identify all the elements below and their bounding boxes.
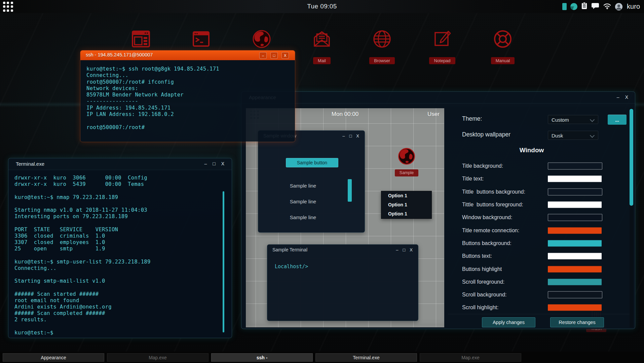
topbar: Tue 09:05 bbox=[0, 0, 644, 13]
close-icon: X bbox=[284, 54, 286, 57]
color-swatch[interactable] bbox=[548, 227, 602, 234]
terminal-line: Connecting... bbox=[86, 72, 295, 79]
chevron-down-icon bbox=[590, 133, 595, 138]
desktop-icon-globe-app[interactable] bbox=[236, 28, 287, 51]
ssh-titlebar[interactable]: ssh - 194.85.245.171@500007 – □ X bbox=[80, 50, 295, 60]
terminal-line bbox=[14, 220, 232, 226]
terminal-line: root@500007:/root# ifconfig bbox=[86, 79, 295, 85]
restore-changes-button[interactable]: Restore changes bbox=[550, 317, 604, 327]
theme-dropdown[interactable]: Custom bbox=[548, 115, 598, 124]
terminal-line: IP LAN Address: 192.168.0.2 bbox=[86, 111, 295, 118]
window-title: Sample Terminal bbox=[272, 247, 307, 252]
color-swatch[interactable] bbox=[548, 188, 602, 195]
clipboard-icon[interactable] bbox=[581, 2, 588, 11]
color-swatch[interactable] bbox=[548, 291, 602, 298]
theme-more-button[interactable]: ... bbox=[608, 115, 627, 125]
mail-icon bbox=[311, 28, 333, 51]
taskbar-item[interactable]: Terminal.exe bbox=[315, 353, 417, 362]
minimize-icon[interactable]: – bbox=[204, 161, 207, 167]
window-app-icon bbox=[130, 28, 152, 51]
desktop-icon-notepad[interactable]: Notepad bbox=[417, 28, 467, 64]
wallpaper-label: Desktop wallpaper bbox=[462, 131, 510, 138]
user-avatar[interactable] bbox=[615, 3, 622, 10]
maximize-icon[interactable]: □ bbox=[213, 161, 215, 167]
terminal-line: kuro@test:~$ ssh root@g8gk 194.85.245.17… bbox=[86, 66, 295, 72]
color-swatch[interactable] bbox=[548, 253, 602, 259]
terminal-line: Connecting... bbox=[14, 265, 232, 272]
terminal-line: drwxr-xr-x kuro 3066 00:00 Config bbox=[14, 175, 232, 181]
minimize-button[interactable]: – bbox=[259, 52, 267, 59]
terminal-line bbox=[14, 272, 232, 278]
minimize-icon: – bbox=[342, 133, 345, 139]
color-row: Buttons highlight bbox=[462, 263, 620, 275]
color-settings-list: Title background: Title text: Tittle but… bbox=[462, 160, 620, 314]
sample-terminal-window: Sample Terminal – □ X Localhost/> bbox=[267, 244, 418, 321]
window-title: ssh - 194.85.245.171@500007 bbox=[86, 52, 153, 57]
terminal-line bbox=[14, 323, 232, 330]
apply-changes-button[interactable]: Apply changes bbox=[482, 317, 535, 327]
close-button[interactable]: X bbox=[281, 52, 289, 59]
desktop-icon-window-app[interactable] bbox=[116, 28, 166, 51]
wallpaper-dropdown[interactable]: Dusk bbox=[548, 131, 598, 140]
color-row-label: Scroll foreground: bbox=[462, 279, 504, 285]
icon-label: Manual bbox=[491, 57, 515, 64]
status-block-icon[interactable] bbox=[562, 3, 567, 10]
taskbar-item[interactable]: Map.exe bbox=[420, 353, 521, 362]
status-pie-icon[interactable] bbox=[570, 3, 577, 10]
sample-terminal-titlebar: Sample Terminal – □ X bbox=[267, 245, 418, 255]
menu-option: Option 1 bbox=[381, 200, 431, 209]
menu-option: Option 1 bbox=[381, 191, 431, 200]
color-swatch[interactable] bbox=[548, 176, 602, 182]
window-section-title: Window bbox=[451, 147, 612, 154]
color-row-label: Buttons background: bbox=[462, 240, 512, 246]
desktop-icon-terminal-app[interactable] bbox=[176, 28, 226, 51]
messages-icon[interactable] bbox=[591, 2, 599, 11]
terminal-line bbox=[14, 252, 232, 258]
wifi-icon[interactable] bbox=[603, 3, 611, 11]
sample-lines: Sample lineSample lineSample line bbox=[258, 183, 348, 230]
taskbar-item[interactable]: ssh - bbox=[211, 353, 313, 362]
color-row-label: Buttons highlight bbox=[462, 266, 502, 272]
panel-scrollbar-thumb[interactable] bbox=[630, 109, 633, 206]
color-row: Tittle buttons foreground: bbox=[462, 198, 620, 211]
terminal-titlebar[interactable]: Terminal.exe – □ X bbox=[8, 158, 232, 170]
panel-scrollbar[interactable] bbox=[630, 108, 633, 327]
username-label[interactable]: kuro bbox=[627, 3, 640, 10]
ssh-terminal-output[interactable]: kuro@test:~$ ssh root@g8gk 194.85.245.17… bbox=[80, 60, 295, 142]
terminal-output[interactable]: drwxr-xr-x kuro 3066 00:00 Configdrwxr-x… bbox=[8, 170, 232, 338]
desktop-icon-manual[interactable]: Manual bbox=[478, 28, 528, 64]
sample-button[interactable]: Sample button bbox=[286, 158, 338, 167]
terminal-scrollbar-thumb[interactable] bbox=[223, 191, 224, 332]
desktop-icon-browser[interactable]: Browser bbox=[357, 28, 407, 64]
app-grid-icon[interactable] bbox=[3, 2, 13, 12]
taskbar-item[interactable]: Map.exe bbox=[107, 353, 209, 362]
color-row-label: Window background: bbox=[462, 214, 512, 220]
color-row: Scroll background: bbox=[462, 288, 620, 301]
color-swatch[interactable] bbox=[548, 163, 602, 170]
color-row-label: Scroll background: bbox=[462, 292, 507, 298]
taskbar-item[interactable]: Appearance bbox=[3, 353, 104, 362]
terminal-line: ###### Scan completed ###### bbox=[14, 310, 232, 317]
color-swatch[interactable] bbox=[548, 240, 602, 246]
minimize-icon[interactable]: – bbox=[617, 94, 619, 100]
terminal-line: kuro@test:~$ smtp-user-list 79.223.218.1… bbox=[14, 259, 232, 265]
color-swatch[interactable] bbox=[548, 266, 602, 272]
maximize-button[interactable]: □ bbox=[270, 52, 278, 59]
sample-line: Sample line bbox=[258, 183, 348, 198]
color-swatch[interactable] bbox=[548, 202, 602, 208]
maximize-icon: □ bbox=[349, 133, 352, 139]
terminal-line bbox=[14, 188, 232, 194]
close-icon[interactable]: X bbox=[625, 94, 628, 100]
maximize-icon: □ bbox=[273, 54, 275, 57]
color-row-label: Title remote connection: bbox=[462, 228, 519, 234]
close-icon[interactable]: X bbox=[221, 161, 224, 167]
terminal-app-icon bbox=[190, 28, 212, 51]
color-row: Window background: bbox=[462, 211, 620, 224]
sample-terminal-prompt: Localhost/> bbox=[275, 264, 308, 270]
appearance-titlebar[interactable]: Appearance – X bbox=[241, 92, 635, 104]
color-swatch[interactable] bbox=[548, 214, 602, 221]
desktop-icon-mail[interactable]: Mail bbox=[297, 28, 347, 64]
color-swatch[interactable] bbox=[548, 305, 602, 311]
color-swatch[interactable] bbox=[548, 279, 602, 285]
desktop: Tue 09:05 bbox=[0, 0, 644, 363]
